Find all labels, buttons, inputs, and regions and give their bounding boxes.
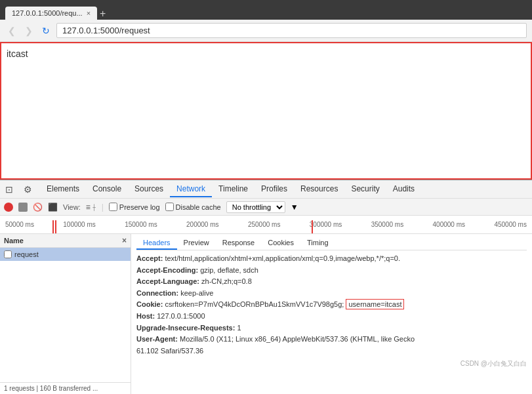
tab-title: 127.0.0.1:5000/requ...	[12, 9, 83, 17]
headers-content: Accept: text/html,application/xhtml+xml,…	[136, 253, 527, 357]
filter-icon[interactable]: ⬛	[48, 203, 58, 212]
tick-1: 50000 ms	[5, 221, 34, 228]
page-body-text: itcast	[7, 49, 28, 59]
devtools-toolbar: ⊡ ⚙ Elements Console Sources Network Tim…	[0, 180, 532, 199]
tick-3: 150000 ms	[125, 221, 157, 228]
status-bar: 1 requests | 160 B transferred ...	[0, 382, 131, 394]
tick-6: 300000 ms	[310, 221, 342, 228]
stop-button[interactable]	[18, 203, 28, 212]
tab-resources[interactable]: Resources	[294, 182, 344, 197]
network-content: Name × request 1 requests | 160 B transf…	[0, 234, 532, 394]
header-user-agent-2: 61.102 Safari/537.36	[136, 345, 527, 357]
view-icons: ≡ ⟊	[86, 203, 96, 212]
header-cookie: Cookie: csrftoken=P7mVQ4kDcORnBPbAu1SkmV…	[136, 299, 527, 311]
new-tab-button[interactable]: +	[100, 8, 106, 20]
name-column-label: Name	[4, 237, 24, 245]
tab-elements[interactable]: Elements	[40, 182, 86, 197]
tick-8: 400000 ms	[433, 221, 465, 228]
close-detail-icon[interactable]: ×	[122, 236, 127, 245]
forward-button[interactable]: ❯	[22, 24, 35, 37]
header-upgrade: Upgrade-Insecure-Requests: 1	[136, 323, 527, 334]
tab-close-icon[interactable]: ×	[87, 9, 91, 17]
tick-5: 250000 ms	[248, 221, 280, 228]
back-button[interactable]: ❮	[5, 24, 18, 37]
tab-bar: 127.0.0.1:5000/requ... × +	[5, 0, 106, 20]
list-view-icon[interactable]: ≡	[86, 203, 91, 212]
timeline-bar-2	[55, 220, 56, 233]
tab-console[interactable]: Console	[86, 182, 128, 197]
preserve-log-checkbox[interactable]	[109, 203, 117, 211]
tab-timing[interactable]: Timing	[300, 237, 335, 250]
disable-cache-checkbox[interactable]	[165, 203, 174, 211]
tab-preview[interactable]: Preview	[177, 237, 216, 250]
tick-4: 200000 ms	[186, 221, 218, 228]
view-label: View:	[63, 203, 81, 211]
throttle-select[interactable]: No throttling	[226, 201, 285, 213]
cookie-highlight: username=itcast	[346, 299, 404, 309]
tab-headers[interactable]: Headers	[136, 237, 177, 250]
request-checkbox[interactable]	[4, 250, 12, 258]
separator: |	[102, 203, 104, 212]
active-tab[interactable]: 127.0.0.1:5000/requ... ×	[5, 7, 97, 20]
watermark: CSDN @小白兔又白白	[136, 359, 527, 368]
name-column-header: Name ×	[0, 234, 131, 248]
address-bar: ❮ ❯ ↻	[0, 20, 532, 42]
tab-profiles[interactable]: Profiles	[255, 182, 294, 197]
header-host: Host: 127.0.0.1:5000	[136, 311, 527, 323]
headers-panel: Headers Preview Response Cookies Timing …	[131, 234, 532, 394]
request-row[interactable]: request	[0, 248, 131, 261]
tab-response[interactable]: Response	[216, 237, 262, 250]
tab-network[interactable]: Network	[170, 182, 212, 197]
tab-timeline[interactable]: Timeline	[212, 182, 255, 197]
disable-cache-label[interactable]: Disable cache	[165, 203, 221, 211]
tab-audits[interactable]: Audits	[386, 182, 421, 197]
ruler-ticks: 50000 ms 100000 ms 150000 ms 200000 ms 2…	[5, 221, 527, 228]
name-panel: Name × request 1 requests | 160 B transf…	[0, 234, 131, 394]
header-accept: Accept: text/html,application/xhtml+xml,…	[136, 253, 527, 265]
tab-cookies[interactable]: Cookies	[261, 237, 300, 250]
header-accept-language: Accept-Language: zh-CN,zh;q=0.8	[136, 276, 527, 288]
timeline-ruler: 50000 ms 100000 ms 150000 ms 200000 ms 2…	[0, 216, 532, 234]
header-connection: Connection: keep-alive	[136, 288, 527, 300]
timeline-bar-1	[52, 220, 54, 233]
devtools-tabs: Elements Console Sources Network Timelin…	[40, 182, 421, 197]
request-name: request	[14, 250, 39, 258]
disable-cache-text: Disable cache	[176, 203, 221, 211]
header-user-agent: User-Agent: Mozilla/5.0 (X11; Linux x86_…	[136, 334, 527, 345]
url-input[interactable]	[56, 23, 527, 38]
tick-7: 350000 ms	[371, 221, 403, 228]
clear-button[interactable]: 🚫	[33, 203, 43, 212]
header-accept-encoding: Accept-Encoding: gzip, deflate, sdch	[136, 265, 527, 277]
throttle-arrow: ▼	[291, 203, 298, 212]
tick-2: 100000 ms	[63, 221, 95, 228]
reload-button[interactable]: ↻	[39, 24, 52, 37]
devtools-panel: ⊡ ⚙ Elements Console Sources Network Tim…	[0, 180, 532, 394]
devtools-settings-icon[interactable]: ⚙	[21, 183, 35, 196]
devtools-dock-icon[interactable]: ⊡	[3, 183, 16, 196]
browser-chrome: 127.0.0.1:5000/requ... × +	[0, 0, 532, 20]
network-toolbar: 🚫 ⬛ View: ≡ ⟊ | Preserve log Disable cac…	[0, 199, 532, 216]
page-content: itcast	[0, 42, 532, 180]
tab-security[interactable]: Security	[344, 182, 386, 197]
tab-sources[interactable]: Sources	[128, 182, 170, 197]
timeline-bar-3	[312, 220, 313, 233]
waterfall-view-icon[interactable]: ⟊	[92, 203, 96, 212]
record-button[interactable]	[4, 203, 13, 212]
headers-tabs: Headers Preview Response Cookies Timing	[136, 237, 527, 250]
tick-9: 450000 ms	[494, 221, 526, 228]
preserve-log-label[interactable]: Preserve log	[109, 203, 160, 211]
preserve-log-text: Preserve log	[119, 203, 160, 211]
